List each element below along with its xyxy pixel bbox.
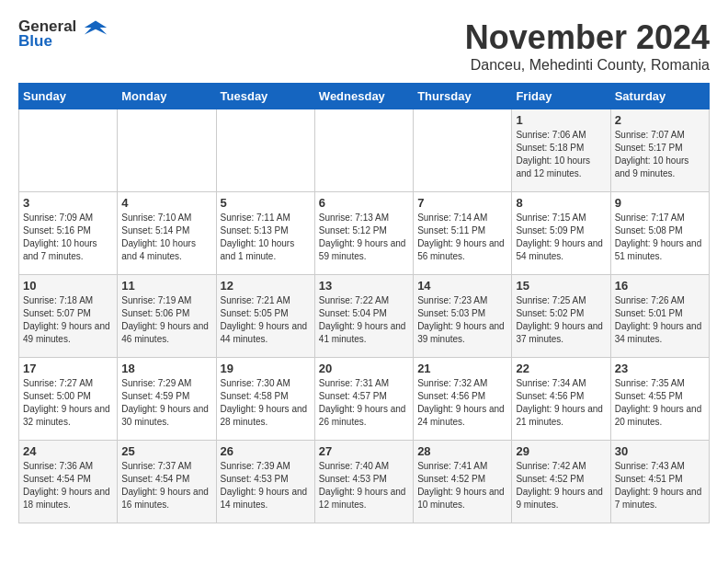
day-number: 14 (417, 279, 507, 293)
day-info: Sunrise: 7:19 AM Sunset: 5:06 PM Dayligh… (121, 294, 211, 346)
calendar-cell (314, 109, 413, 192)
calendar-cell: 6Sunrise: 7:13 AM Sunset: 5:12 PM Daylig… (314, 192, 413, 275)
day-number: 6 (319, 196, 409, 210)
day-number: 3 (23, 196, 113, 210)
day-number: 13 (319, 279, 409, 293)
day-info: Sunrise: 7:42 AM Sunset: 4:52 PM Dayligh… (516, 460, 606, 511)
weekday-header-row: SundayMondayTuesdayWednesdayThursdayFrid… (19, 84, 710, 109)
day-number: 17 (23, 362, 113, 375)
calendar-cell: 4Sunrise: 7:10 AM Sunset: 5:14 PM Daylig… (118, 192, 216, 275)
day-info: Sunrise: 7:31 AM Sunset: 4:57 PM Dayligh… (319, 377, 409, 429)
calendar-cell (414, 109, 512, 192)
day-info: Sunrise: 7:18 AM Sunset: 5:07 PM Dayligh… (23, 294, 113, 346)
day-info: Sunrise: 7:17 AM Sunset: 5:08 PM Dayligh… (615, 212, 705, 263)
main-title: November 2024 (465, 18, 710, 57)
day-number: 4 (121, 196, 211, 210)
day-number: 18 (121, 362, 211, 375)
weekday-header-wednesday: Wednesday (314, 84, 413, 109)
day-number: 16 (615, 279, 705, 293)
calendar-cell: 16Sunrise: 7:26 AM Sunset: 5:01 PM Dayli… (610, 275, 709, 358)
calendar-cell: 5Sunrise: 7:11 AM Sunset: 5:13 PM Daylig… (216, 192, 314, 275)
calendar-cell: 8Sunrise: 7:15 AM Sunset: 5:09 PM Daylig… (512, 192, 610, 275)
calendar-cell: 25Sunrise: 7:37 AM Sunset: 4:54 PM Dayli… (118, 441, 216, 523)
weekday-header-sunday: Sunday (19, 84, 118, 109)
header: General Blue November 2024 Danceu, Mehed… (18, 18, 710, 74)
day-number: 24 (23, 444, 113, 458)
day-number: 8 (516, 196, 606, 210)
day-number: 23 (615, 362, 705, 375)
calendar-cell: 24Sunrise: 7:36 AM Sunset: 4:54 PM Dayli… (19, 441, 118, 523)
calendar-cell: 9Sunrise: 7:17 AM Sunset: 5:08 PM Daylig… (610, 192, 709, 275)
day-info: Sunrise: 7:13 AM Sunset: 5:12 PM Dayligh… (319, 212, 409, 263)
day-number: 26 (221, 444, 311, 458)
day-number: 27 (319, 444, 409, 458)
day-number: 9 (615, 196, 705, 210)
day-info: Sunrise: 7:22 AM Sunset: 5:04 PM Dayligh… (319, 294, 409, 346)
day-number: 29 (516, 444, 606, 458)
day-number: 2 (615, 113, 705, 127)
day-number: 25 (121, 444, 211, 458)
day-number: 5 (221, 196, 311, 210)
calendar-cell: 23Sunrise: 7:35 AM Sunset: 4:55 PM Dayli… (610, 358, 709, 441)
day-info: Sunrise: 7:11 AM Sunset: 5:13 PM Dayligh… (221, 212, 311, 263)
day-info: Sunrise: 7:23 AM Sunset: 5:03 PM Dayligh… (417, 294, 507, 346)
calendar-week-row: 3Sunrise: 7:09 AM Sunset: 5:16 PM Daylig… (19, 192, 710, 275)
day-info: Sunrise: 7:06 AM Sunset: 5:18 PM Dayligh… (516, 129, 606, 180)
calendar-cell: 12Sunrise: 7:21 AM Sunset: 5:05 PM Dayli… (216, 275, 314, 358)
weekday-header-friday: Friday (512, 84, 610, 109)
calendar-cell: 21Sunrise: 7:32 AM Sunset: 4:56 PM Dayli… (414, 358, 512, 441)
day-info: Sunrise: 7:15 AM Sunset: 5:09 PM Dayligh… (516, 212, 606, 263)
calendar-cell (216, 109, 314, 192)
calendar-cell: 3Sunrise: 7:09 AM Sunset: 5:16 PM Daylig… (19, 192, 118, 275)
calendar-cell (118, 109, 216, 192)
weekday-header-thursday: Thursday (414, 84, 512, 109)
calendar-cell: 7Sunrise: 7:14 AM Sunset: 5:11 PM Daylig… (414, 192, 512, 275)
day-info: Sunrise: 7:26 AM Sunset: 5:01 PM Dayligh… (615, 294, 705, 346)
calendar-cell: 14Sunrise: 7:23 AM Sunset: 5:03 PM Dayli… (414, 275, 512, 358)
subtitle: Danceu, Mehedinti County, Romania (465, 57, 710, 74)
calendar-cell: 11Sunrise: 7:19 AM Sunset: 5:06 PM Dayli… (118, 275, 216, 358)
calendar-cell: 22Sunrise: 7:34 AM Sunset: 4:56 PM Dayli… (512, 358, 610, 441)
day-number: 12 (221, 279, 311, 293)
day-info: Sunrise: 7:39 AM Sunset: 4:53 PM Dayligh… (221, 460, 311, 511)
calendar-cell: 2Sunrise: 7:07 AM Sunset: 5:17 PM Daylig… (610, 109, 709, 192)
day-number: 28 (417, 444, 507, 458)
calendar-cell: 15Sunrise: 7:25 AM Sunset: 5:02 PM Dayli… (512, 275, 610, 358)
calendar-cell: 20Sunrise: 7:31 AM Sunset: 4:57 PM Dayli… (314, 358, 413, 441)
day-info: Sunrise: 7:07 AM Sunset: 5:17 PM Dayligh… (615, 129, 705, 180)
calendar-cell: 1Sunrise: 7:06 AM Sunset: 5:18 PM Daylig… (512, 109, 610, 192)
day-info: Sunrise: 7:21 AM Sunset: 5:05 PM Dayligh… (221, 294, 311, 346)
calendar-week-row: 24Sunrise: 7:36 AM Sunset: 4:54 PM Dayli… (19, 441, 710, 523)
calendar-cell: 29Sunrise: 7:42 AM Sunset: 4:52 PM Dayli… (512, 441, 610, 523)
calendar-week-row: 17Sunrise: 7:27 AM Sunset: 5:00 PM Dayli… (19, 358, 710, 441)
day-number: 21 (417, 362, 507, 375)
day-number: 10 (23, 279, 113, 293)
day-info: Sunrise: 7:32 AM Sunset: 4:56 PM Dayligh… (417, 377, 507, 429)
calendar-cell (19, 109, 118, 192)
day-number: 1 (516, 113, 606, 127)
day-number: 11 (121, 279, 211, 293)
calendar-cell: 27Sunrise: 7:40 AM Sunset: 4:53 PM Dayli… (314, 441, 413, 523)
day-number: 15 (516, 279, 606, 293)
calendar-cell: 17Sunrise: 7:27 AM Sunset: 5:00 PM Dayli… (19, 358, 118, 441)
day-number: 22 (516, 362, 606, 375)
day-info: Sunrise: 7:09 AM Sunset: 5:16 PM Dayligh… (23, 212, 113, 263)
calendar-cell: 30Sunrise: 7:43 AM Sunset: 4:51 PM Dayli… (610, 441, 709, 523)
title-area: November 2024 Danceu, Mehedinti County, … (465, 18, 710, 74)
day-number: 19 (221, 362, 311, 375)
logo: General Blue (18, 18, 108, 51)
calendar-week-row: 10Sunrise: 7:18 AM Sunset: 5:07 PM Dayli… (19, 275, 710, 358)
day-info: Sunrise: 7:25 AM Sunset: 5:02 PM Dayligh… (516, 294, 606, 346)
day-info: Sunrise: 7:14 AM Sunset: 5:11 PM Dayligh… (417, 212, 507, 263)
calendar-week-row: 1Sunrise: 7:06 AM Sunset: 5:18 PM Daylig… (19, 109, 710, 192)
day-info: Sunrise: 7:29 AM Sunset: 4:59 PM Dayligh… (121, 377, 211, 429)
calendar-table: SundayMondayTuesdayWednesdayThursdayFrid… (18, 83, 710, 523)
calendar-cell: 28Sunrise: 7:41 AM Sunset: 4:52 PM Dayli… (414, 441, 512, 523)
weekday-header-tuesday: Tuesday (216, 84, 314, 109)
day-info: Sunrise: 7:10 AM Sunset: 5:14 PM Dayligh… (121, 212, 211, 263)
day-info: Sunrise: 7:37 AM Sunset: 4:54 PM Dayligh… (121, 460, 211, 511)
day-info: Sunrise: 7:36 AM Sunset: 4:54 PM Dayligh… (23, 460, 113, 511)
weekday-header-monday: Monday (118, 84, 216, 109)
day-number: 7 (417, 196, 507, 210)
day-info: Sunrise: 7:35 AM Sunset: 4:55 PM Dayligh… (615, 377, 705, 429)
